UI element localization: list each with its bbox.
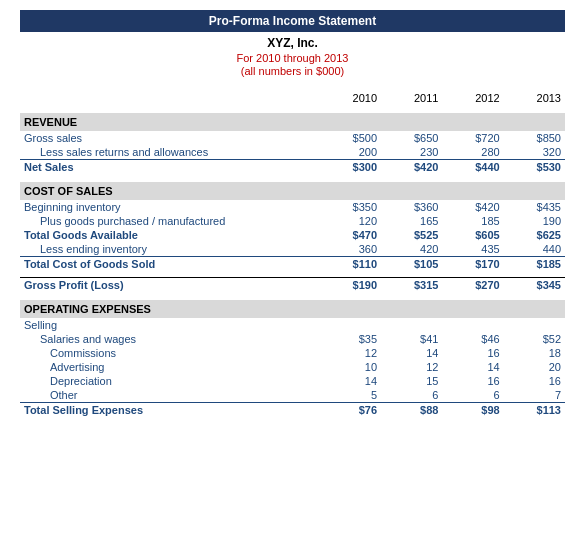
salaries-wages-row: Salaries and wages $35 $41 $46 $52 [20, 332, 565, 346]
note-label: (all numbers in $000) [20, 65, 565, 77]
net-sales-2011: $420 [381, 160, 442, 175]
total-cogs-2011: $105 [381, 257, 442, 272]
beginning-inventory-2010: $350 [320, 200, 381, 214]
other-2010: 5 [320, 388, 381, 403]
total-selling-expenses-row: Total Selling Expenses $76 $88 $98 $113 [20, 402, 565, 417]
advertising-2013: 20 [504, 360, 565, 374]
goods-purchased-label: Plus goods purchased / manufactured [20, 214, 320, 228]
total-cogs-row: Total Cost of Goods Sold $110 $105 $170 … [20, 257, 565, 272]
gross-sales-label: Gross sales [20, 131, 320, 145]
salaries-wages-2012: $46 [442, 332, 503, 346]
gross-profit-2013: $345 [504, 277, 565, 292]
column-headers: 2010 2011 2012 2013 [20, 91, 565, 105]
net-sales-row: Net Sales $300 $420 $440 $530 [20, 160, 565, 175]
sales-returns-2010: 200 [320, 145, 381, 160]
gross-sales-2010: $500 [320, 131, 381, 145]
period-label: For 2010 through 2013 [20, 52, 565, 64]
advertising-label: Advertising [20, 360, 320, 374]
goods-purchased-2010: 120 [320, 214, 381, 228]
depreciation-row: Depreciation 14 15 16 16 [20, 374, 565, 388]
year-2011-header: 2011 [381, 91, 442, 105]
depreciation-2011: 15 [381, 374, 442, 388]
other-label: Other [20, 388, 320, 403]
gross-profit-2012: $270 [442, 277, 503, 292]
ending-inventory-row: Less ending inventory 360 420 435 440 [20, 242, 565, 257]
sales-returns-row: Less sales returns and allowances 200 23… [20, 145, 565, 160]
commissions-2011: 14 [381, 346, 442, 360]
selling-label: Selling [20, 318, 320, 332]
advertising-row: Advertising 10 12 14 20 [20, 360, 565, 374]
total-goods-available-2011: $525 [381, 228, 442, 242]
revenue-section-header: REVENUE [20, 113, 565, 131]
sales-returns-2012: 280 [442, 145, 503, 160]
gross-sales-2013: $850 [504, 131, 565, 145]
beginning-inventory-2012: $420 [442, 200, 503, 214]
depreciation-label: Depreciation [20, 374, 320, 388]
total-cogs-2012: $170 [442, 257, 503, 272]
ending-inventory-2012: 435 [442, 242, 503, 257]
year-2010-header: 2010 [320, 91, 381, 105]
total-cogs-label: Total Cost of Goods Sold [20, 257, 320, 272]
gross-profit-2011: $315 [381, 277, 442, 292]
total-goods-available-row: Total Goods Available $470 $525 $605 $62… [20, 228, 565, 242]
gross-sales-2011: $650 [381, 131, 442, 145]
selling-label-row: Selling [20, 318, 565, 332]
report-title: Pro-Forma Income Statement [20, 10, 565, 32]
goods-purchased-2013: 190 [504, 214, 565, 228]
company-name: XYZ, Inc. [20, 36, 565, 50]
commissions-row: Commissions 12 14 16 18 [20, 346, 565, 360]
cost-of-sales-section-header: COST OF SALES [20, 182, 565, 200]
total-selling-expenses-2012: $98 [442, 402, 503, 417]
depreciation-2012: 16 [442, 374, 503, 388]
beginning-inventory-2011: $360 [381, 200, 442, 214]
total-goods-available-2013: $625 [504, 228, 565, 242]
gross-profit-label: Gross Profit (Loss) [20, 277, 320, 292]
advertising-2012: 14 [442, 360, 503, 374]
operating-expenses-section-header: OPERATING EXPENSES [20, 300, 565, 318]
other-2011: 6 [381, 388, 442, 403]
gross-profit-2010: $190 [320, 277, 381, 292]
other-2012: 6 [442, 388, 503, 403]
net-sales-2010: $300 [320, 160, 381, 175]
sales-returns-2013: 320 [504, 145, 565, 160]
gross-sales-row: Gross sales $500 $650 $720 $850 [20, 131, 565, 145]
total-cogs-2010: $110 [320, 257, 381, 272]
gross-profit-row: Gross Profit (Loss) $190 $315 $270 $345 [20, 277, 565, 292]
total-selling-expenses-label: Total Selling Expenses [20, 402, 320, 417]
ending-inventory-label: Less ending inventory [20, 242, 320, 257]
commissions-2013: 18 [504, 346, 565, 360]
beginning-inventory-row: Beginning inventory $350 $360 $420 $435 [20, 200, 565, 214]
commissions-2010: 12 [320, 346, 381, 360]
advertising-2010: 10 [320, 360, 381, 374]
sales-returns-2011: 230 [381, 145, 442, 160]
advertising-2011: 12 [381, 360, 442, 374]
year-2013-header: 2013 [504, 91, 565, 105]
goods-purchased-2011: 165 [381, 214, 442, 228]
other-row: Other 5 6 6 7 [20, 388, 565, 403]
total-goods-available-2010: $470 [320, 228, 381, 242]
goods-purchased-2012: 185 [442, 214, 503, 228]
sales-returns-label: Less sales returns and allowances [20, 145, 320, 160]
total-selling-expenses-2010: $76 [320, 402, 381, 417]
net-sales-label: Net Sales [20, 160, 320, 175]
depreciation-2010: 14 [320, 374, 381, 388]
other-2013: 7 [504, 388, 565, 403]
depreciation-2013: 16 [504, 374, 565, 388]
salaries-wages-2013: $52 [504, 332, 565, 346]
total-cogs-2013: $185 [504, 257, 565, 272]
goods-purchased-row: Plus goods purchased / manufactured 120 … [20, 214, 565, 228]
salaries-wages-2011: $41 [381, 332, 442, 346]
beginning-inventory-label: Beginning inventory [20, 200, 320, 214]
net-sales-2013: $530 [504, 160, 565, 175]
total-selling-expenses-2011: $88 [381, 402, 442, 417]
commissions-2012: 16 [442, 346, 503, 360]
total-goods-available-label: Total Goods Available [20, 228, 320, 242]
year-2012-header: 2012 [442, 91, 503, 105]
gross-sales-2012: $720 [442, 131, 503, 145]
salaries-wages-2010: $35 [320, 332, 381, 346]
salaries-wages-label: Salaries and wages [20, 332, 320, 346]
net-sales-2012: $440 [442, 160, 503, 175]
ending-inventory-2011: 420 [381, 242, 442, 257]
total-selling-expenses-2013: $113 [504, 402, 565, 417]
beginning-inventory-2013: $435 [504, 200, 565, 214]
